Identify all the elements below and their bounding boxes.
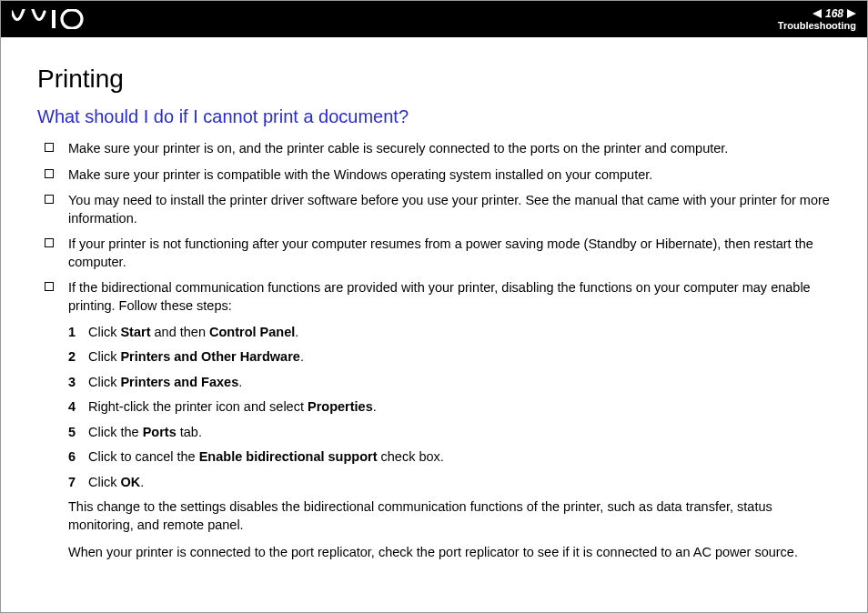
page-title: Printing (37, 65, 831, 94)
header-right: 168 Troubleshooting (778, 7, 856, 31)
content-area: Printing What should I do if I cannot pr… (1, 37, 867, 561)
svg-rect-0 (52, 10, 56, 28)
steps-list: 1Click Start and then Control Panel. 2Cl… (37, 324, 831, 492)
svg-rect-1 (62, 10, 82, 28)
nav-prev-icon[interactable] (812, 9, 822, 18)
page-number: 168 (825, 7, 843, 20)
bullet-item: You may need to install the printer driv… (45, 192, 831, 227)
step-item: 1Click Start and then Control Panel. (68, 324, 831, 342)
square-bullet-icon (45, 282, 54, 291)
svg-marker-3 (847, 9, 856, 18)
bullet-item: Make sure your printer is compatible wit… (45, 166, 831, 185)
step-item: 2Click Printers and Other Hardware. (68, 348, 831, 367)
svg-marker-2 (812, 9, 822, 18)
step-item: 6Click to cancel the Enable bidirectiona… (68, 448, 831, 467)
bullet-item: If the bidirectional communication funct… (45, 279, 831, 315)
bullet-item: If your printer is not functioning after… (45, 236, 831, 271)
closing-paragraph: This change to the settings disables the… (37, 498, 831, 534)
page-subtitle: What should I do if I cannot print a doc… (37, 106, 831, 127)
header-bar: 168 Troubleshooting (1, 1, 867, 37)
square-bullet-icon (45, 169, 54, 178)
bullet-item: Make sure your printer is on, and the pr… (45, 140, 831, 158)
square-bullet-icon (45, 195, 54, 204)
square-bullet-icon (45, 238, 54, 247)
bullet-list: Make sure your printer is on, and the pr… (37, 140, 831, 316)
vaio-logo (12, 9, 94, 29)
closing-paragraph: When your printer is connected to the po… (37, 544, 831, 562)
section-label: Troubleshooting (778, 20, 856, 31)
step-item: 3Click Printers and Faxes. (68, 374, 831, 392)
step-item: 4Right-click the printer icon and select… (68, 398, 831, 417)
nav-next-icon[interactable] (847, 9, 856, 18)
square-bullet-icon (45, 143, 54, 152)
step-item: 7Click OK. (68, 474, 831, 492)
step-item: 5Click the Ports tab. (68, 424, 831, 442)
